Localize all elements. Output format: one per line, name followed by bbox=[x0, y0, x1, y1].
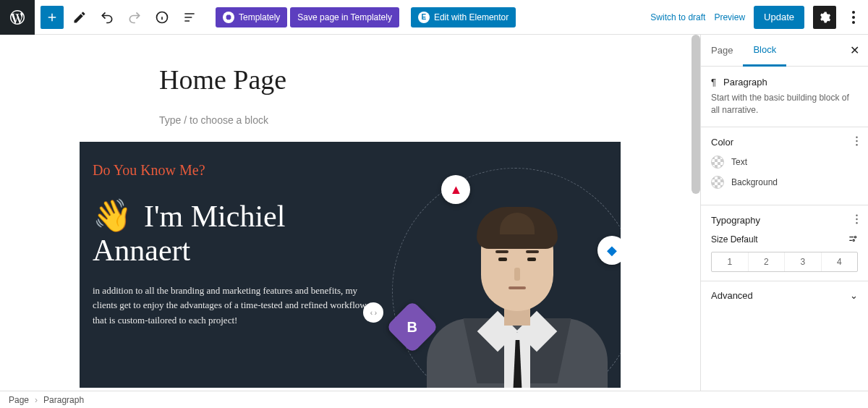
size-preset-4[interactable]: 4 bbox=[822, 252, 858, 271]
redo-icon bbox=[127, 10, 142, 25]
svg-point-2 bbox=[852, 16, 855, 19]
svg-point-4 bbox=[856, 136, 857, 137]
size-preset-2[interactable]: 2 bbox=[749, 252, 786, 271]
hero-visual: ▲ ◆ B ‹ › bbox=[370, 162, 608, 367]
hero-headline: 👋 I'm Michiel Annaert bbox=[93, 199, 370, 268]
outline-button[interactable] bbox=[178, 6, 201, 29]
save-templately-label: Save page in Templately bbox=[297, 12, 392, 22]
templately-icon: ⏺ bbox=[223, 12, 234, 23]
dots-vertical-icon bbox=[852, 11, 855, 24]
save-templately-button[interactable]: Save page in Templately bbox=[290, 7, 399, 27]
edit-elementor-label: Edit with Elementor bbox=[434, 12, 509, 22]
svg-point-3 bbox=[852, 21, 855, 24]
plus-icon bbox=[46, 11, 59, 24]
size-preset-1[interactable]: 1 bbox=[712, 252, 749, 271]
list-icon bbox=[182, 10, 197, 25]
dots-vertical-icon bbox=[856, 136, 858, 146]
wordpress-icon bbox=[9, 9, 26, 26]
sliders-icon bbox=[848, 234, 858, 244]
close-sidebar-button[interactable]: ✕ bbox=[841, 43, 868, 57]
svg-point-1 bbox=[852, 11, 855, 14]
breadcrumb-paragraph[interactable]: Paragraph bbox=[43, 395, 84, 405]
settings-button[interactable] bbox=[813, 6, 836, 29]
color-background-row[interactable]: Background bbox=[711, 176, 858, 189]
undo-icon bbox=[100, 10, 114, 25]
hero-body: in addition to all the branding and mark… bbox=[93, 284, 370, 328]
carousel-control[interactable]: ‹ › bbox=[363, 302, 383, 323]
top-toolbar: ⏺ Templately Save page in Templately E E… bbox=[0, 0, 868, 35]
templately-button[interactable]: ⏺ Templately bbox=[216, 7, 287, 27]
hero-section: Do You Know Me? 👋 I'm Michiel Annaert in… bbox=[80, 142, 621, 388]
typography-section-title: Typography bbox=[711, 215, 760, 226]
advanced-section-toggle[interactable]: Advanced ⌄ bbox=[701, 281, 868, 310]
person-image bbox=[427, 181, 608, 388]
color-options-button[interactable] bbox=[856, 136, 858, 148]
advanced-label: Advanced bbox=[711, 290, 753, 301]
add-block-button[interactable] bbox=[41, 6, 64, 29]
color-background-label: Background bbox=[731, 177, 778, 187]
swatch-empty-icon bbox=[711, 156, 724, 169]
dots-vertical-icon bbox=[856, 214, 858, 224]
size-label: Size Default bbox=[711, 234, 758, 245]
block-description: Start with the basic building block of a… bbox=[711, 92, 858, 116]
edit-elementor-button[interactable]: E Edit with Elementor bbox=[411, 7, 516, 27]
block-type-label: Paragraph bbox=[723, 77, 767, 88]
more-options-button[interactable] bbox=[845, 6, 862, 29]
elementor-icon: E bbox=[418, 12, 430, 23]
tab-block[interactable]: Block bbox=[743, 35, 786, 67]
settings-sidebar: Page Block ✕ ¶ Paragraph Start with the … bbox=[700, 35, 868, 391]
swatch-empty-icon bbox=[711, 176, 724, 189]
update-button[interactable]: Update bbox=[754, 6, 804, 29]
undo-button[interactable] bbox=[95, 6, 119, 29]
svg-point-5 bbox=[856, 140, 857, 141]
page-title[interactable]: Home Page bbox=[159, 64, 657, 95]
custom-size-button[interactable] bbox=[848, 234, 858, 246]
hero-eyebrow: Do You Know Me? bbox=[93, 162, 370, 179]
chevron-right-icon: › bbox=[35, 395, 38, 405]
gear-icon bbox=[818, 11, 831, 24]
chevron-down-icon: ⌄ bbox=[850, 290, 858, 301]
svg-point-10 bbox=[854, 236, 856, 237]
color-text-label: Text bbox=[731, 157, 747, 167]
info-icon bbox=[155, 10, 169, 25]
editor-canvas[interactable]: Home Page Type / to choose a block ↖ Do … bbox=[0, 35, 700, 391]
svg-point-8 bbox=[856, 218, 857, 219]
pencil-icon bbox=[72, 10, 87, 25]
svg-point-6 bbox=[856, 144, 857, 145]
color-section-title: Color bbox=[711, 137, 733, 148]
redo-button[interactable] bbox=[123, 6, 146, 29]
tab-page[interactable]: Page bbox=[701, 35, 743, 66]
templately-label: Templately bbox=[239, 12, 280, 22]
info-button[interactable] bbox=[150, 6, 174, 29]
color-text-row[interactable]: Text bbox=[711, 156, 858, 169]
preview-link[interactable]: Preview bbox=[714, 12, 745, 22]
hero-headline-line2: Annaert bbox=[93, 234, 370, 267]
block-placeholder[interactable]: Type / to choose a block bbox=[159, 114, 657, 126]
svg-point-7 bbox=[856, 214, 857, 216]
typography-options-button[interactable] bbox=[856, 214, 858, 226]
edit-mode-button[interactable] bbox=[68, 6, 91, 29]
size-preset-3[interactable]: 3 bbox=[785, 252, 822, 271]
wave-emoji: 👋 bbox=[93, 199, 132, 234]
paragraph-icon: ¶ bbox=[711, 77, 716, 88]
wp-logo[interactable] bbox=[0, 0, 35, 35]
svg-point-11 bbox=[853, 239, 854, 241]
breadcrumb-footer: Page › Paragraph bbox=[0, 391, 868, 408]
hero-headline-line1: I'm Michiel bbox=[144, 200, 285, 233]
svg-point-9 bbox=[856, 222, 857, 224]
breadcrumb-page[interactable]: Page bbox=[9, 395, 29, 405]
size-preset-grid: 1 2 3 4 bbox=[711, 252, 858, 272]
switch-to-draft-link[interactable]: Switch to draft bbox=[650, 12, 705, 22]
